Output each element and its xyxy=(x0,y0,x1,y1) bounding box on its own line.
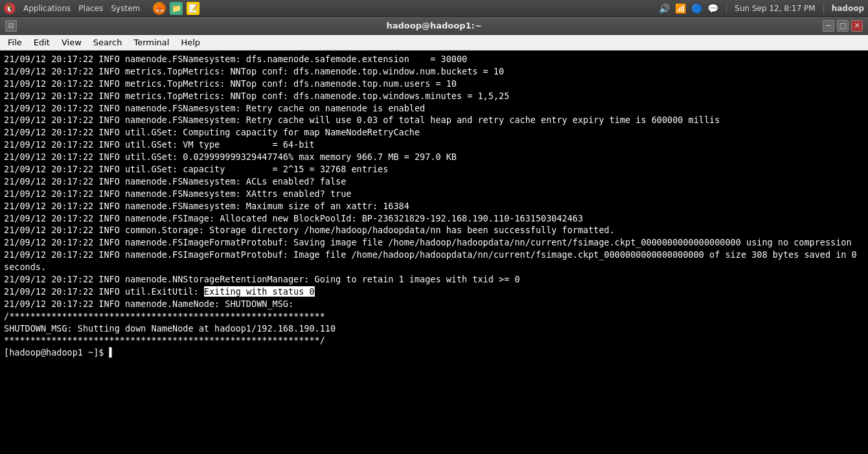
terminal-line: 21/09/12 20:17:22 INFO namenode.FSImageF… xyxy=(4,249,864,273)
terminal-line: 21/09/12 20:17:22 INFO util.GSet: Comput… xyxy=(4,126,864,139)
taskbar-places[interactable]: Places xyxy=(78,4,103,13)
terminal-output[interactable]: 21/09/12 20:17:22 INFO namenode.FSNamesy… xyxy=(0,51,868,454)
terminal-line: 21/09/12 20:17:22 INFO common.Storage: S… xyxy=(4,224,864,236)
terminal-line: 21/09/12 20:17:22 INFO namenode.FSNamesy… xyxy=(4,188,864,200)
datetime: Sun Sep 12, 8:17 PM xyxy=(735,4,815,13)
terminal-line: 21/09/12 20:17:22 INFO util.GSet: VM typ… xyxy=(4,139,864,151)
menu-terminal[interactable]: Terminal xyxy=(128,36,174,49)
taskbar-hostname: hadoop xyxy=(832,4,864,13)
window-icon: ⊡ xyxy=(5,20,17,32)
maximize-button[interactable]: □ xyxy=(837,20,849,32)
terminal-line: 21/09/12 20:17:22 INFO metrics.TopMetric… xyxy=(4,90,864,102)
terminal-line: 21/09/12 20:17:22 INFO util.GSet: capaci… xyxy=(4,163,864,176)
terminal-line: 21/09/12 20:17:22 INFO namenode.FSNamesy… xyxy=(4,176,864,188)
window-title: hadoop@hadoop1:~ xyxy=(386,21,481,30)
terminal-line: 21/09/12 20:17:22 INFO namenode.FSImage:… xyxy=(4,212,864,225)
menu-edit[interactable]: Edit xyxy=(29,36,55,49)
terminal-line: /***************************************… xyxy=(4,310,864,323)
highlighted-text: Exiting with status 0 xyxy=(204,286,315,297)
terminal-line: SHUTDOWN_MSG: Shutting down NameNode at … xyxy=(4,323,864,335)
files-icon[interactable]: 📁 xyxy=(170,2,183,15)
terminal-line: ****************************************… xyxy=(4,334,864,346)
minimize-button[interactable]: ─ xyxy=(823,20,834,32)
taskbar-system[interactable]: System xyxy=(111,4,140,13)
terminal-line: 21/09/12 20:17:22 INFO metrics.TopMetric… xyxy=(4,65,864,78)
separator2 xyxy=(823,3,824,14)
separator xyxy=(726,3,727,14)
terminal-line: 21/09/12 20:17:22 INFO namenode.FSNamesy… xyxy=(4,200,864,212)
menu-view[interactable]: View xyxy=(56,36,87,49)
bluetooth-icon[interactable]: 🔵 xyxy=(691,3,702,14)
menu-bar: File Edit View Search Terminal Help xyxy=(0,35,868,51)
window-controls-right[interactable]: ─ □ ✕ xyxy=(823,20,863,32)
window-controls-left: ⊡ xyxy=(5,20,17,32)
taskbar-applications[interactable]: Applications xyxy=(23,4,71,13)
terminal-line: 21/09/12 20:17:22 INFO namenode.NNStorag… xyxy=(4,273,864,286)
terminal-line: 21/09/12 20:17:22 INFO util.ExitUtil: Ex… xyxy=(4,286,864,298)
system-taskbar: 🐧 Applications Places System 🦊 📁 📝 🔊 📶 🔵… xyxy=(0,0,868,17)
taskbar-right: 🔊 📶 🔵 💬 Sun Sep 12, 8:17 PM hadoop xyxy=(659,3,864,14)
window-titlebar: ⊡ hadoop@hadoop1:~ ─ □ ✕ xyxy=(0,17,868,35)
terminal-line: 21/09/12 20:17:22 INFO namenode.NameNode… xyxy=(4,298,864,310)
menu-search[interactable]: Search xyxy=(88,36,128,49)
network-icon[interactable]: 📶 xyxy=(675,3,686,14)
speaker-icon[interactable]: 🔊 xyxy=(659,3,670,14)
chat-icon[interactable]: 💬 xyxy=(707,3,718,14)
close-button[interactable]: ✕ xyxy=(851,20,863,32)
terminal-line: 21/09/12 20:17:22 INFO metrics.TopMetric… xyxy=(4,78,864,90)
terminal-line: 21/09/12 20:17:22 INFO namenode.FSNamesy… xyxy=(4,114,864,126)
menu-help[interactable]: Help xyxy=(176,36,205,49)
terminal-line: [hadoop@hadoop1 ~]$ ▌ xyxy=(4,346,864,359)
taskbar-left: 🐧 Applications Places System 🦊 📁 📝 xyxy=(4,2,659,15)
firefox-icon[interactable]: 🦊 xyxy=(153,2,166,15)
taskbar-app-icon[interactable]: 🐧 xyxy=(4,3,16,14)
terminal-window: ⊡ hadoop@hadoop1:~ ─ □ ✕ File Edit View … xyxy=(0,17,868,454)
text-editor-icon[interactable]: 📝 xyxy=(187,2,200,15)
terminal-line: 21/09/12 20:17:22 INFO namenode.FSNamesy… xyxy=(4,53,864,65)
menu-file[interactable]: File xyxy=(3,36,27,49)
terminal-line: 21/09/12 20:17:22 INFO namenode.FSNamesy… xyxy=(4,102,864,115)
terminal-line: 21/09/12 20:17:22 INFO util.GSet: 0.0299… xyxy=(4,151,864,163)
terminal-line: 21/09/12 20:17:22 INFO namenode.FSImageF… xyxy=(4,236,864,249)
